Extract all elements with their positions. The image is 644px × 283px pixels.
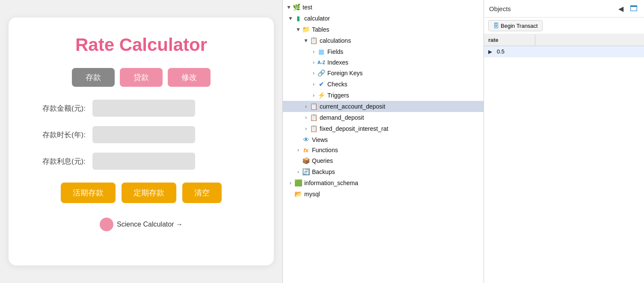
objects-toolbar: 🗄 Begin Transact <box>484 18 644 34</box>
calculations-icon: 📋 <box>309 37 318 44</box>
arrow-current-account: › <box>303 103 309 109</box>
functions-icon: fx <box>302 147 310 153</box>
db-toolbar-icon: 🗄 <box>493 22 499 29</box>
right-panel: ▼ 🌿 test ▼ ▮ calculator ▼ 📁 Tables ▼ 📋 c… <box>282 0 644 283</box>
objects-header: Objects ◀ 🗖 <box>484 0 644 18</box>
tree-item-indexes[interactable]: › A-Z Indexes <box>283 57 484 68</box>
tree-label-views: Views <box>312 136 328 143</box>
tree-label-fields: Fields <box>327 48 343 55</box>
tree-label-indexes: Indexes <box>327 59 348 66</box>
tree-label-tables: Tables <box>312 26 329 33</box>
mode-btn-loan[interactable]: 贷款 <box>120 68 163 87</box>
views-icon: 👁 <box>302 136 310 143</box>
row-arrow: ▶ <box>484 46 493 57</box>
queries-icon: 📦 <box>302 157 310 165</box>
tree-item-fields[interactable]: › ▦ Fields <box>283 46 484 57</box>
science-link[interactable]: Science Calculator → <box>100 218 183 231</box>
tree-item-demand-deposit[interactable]: › 📋 demand_deposit <box>283 112 484 123</box>
input-interest[interactable] <box>92 153 195 170</box>
form-row-amount: 存款金额(元): <box>30 100 252 117</box>
tree-item-checks[interactable]: › ✔ Checks <box>283 79 484 90</box>
calculator-db-icon: ▮ <box>294 15 303 22</box>
table-row[interactable]: ▶ 0.5 <box>484 46 644 57</box>
arrow-fixed-deposit: › <box>303 126 309 132</box>
btn-current-deposit[interactable]: 活期存款 <box>61 183 116 203</box>
indexes-icon: A-Z <box>317 60 326 65</box>
tables-icon: 📁 <box>302 26 310 33</box>
tree-item-triggers[interactable]: › ⚡ Triggers <box>283 90 484 101</box>
label-amount: 存款金额(元): <box>30 103 86 113</box>
arrow-fields: › <box>310 49 317 55</box>
arrow-indexes: › <box>310 59 317 65</box>
information-schema-icon: 🟩 <box>294 179 303 187</box>
tree-label-calculator: calculator <box>304 15 330 22</box>
input-amount[interactable] <box>92 100 195 117</box>
current-account-icon: 📋 <box>309 103 318 110</box>
test-db-icon: 🌿 <box>292 3 301 11</box>
form-row-duration: 存款时长(年): <box>30 126 252 143</box>
foreign-keys-icon: 🔗 <box>317 69 326 77</box>
arrow-test: ▼ <box>285 4 292 10</box>
input-duration[interactable] <box>92 126 195 143</box>
collapse-panel-btn[interactable]: ◀ <box>616 3 626 14</box>
tree-item-calculator[interactable]: ▼ ▮ calculator <box>283 13 484 24</box>
arrow-tables: ▼ <box>295 27 302 32</box>
objects-panel-title: Objects <box>489 5 613 12</box>
calculator-title: Rate Calculator <box>75 35 207 55</box>
tree-item-fixed-deposit[interactable]: › 📋 fixed_deposit_interest_rat <box>283 123 484 134</box>
maximize-panel-btn[interactable]: 🗖 <box>629 3 639 14</box>
mode-btn-deposit[interactable]: 存款 <box>72 68 115 87</box>
tree-label-information-schema: information_schema <box>304 180 358 186</box>
tree-item-tables[interactable]: ▼ 📁 Tables <box>283 24 484 35</box>
tree-item-queries[interactable]: 📦 Queries <box>283 155 484 166</box>
arrow-calculations: ▼ <box>303 38 309 44</box>
tree-item-views[interactable]: 👁 Views <box>283 134 484 145</box>
demand-deposit-icon: 📋 <box>309 114 318 121</box>
arrow-information-schema: › <box>287 180 294 186</box>
mode-btn-modify[interactable]: 修改 <box>168 68 211 87</box>
col-header-rate: rate <box>484 34 535 46</box>
tree-item-test[interactable]: ▼ 🌿 test <box>283 2 484 13</box>
objects-panel: Objects ◀ 🗖 🗄 Begin Transact rate ▶ 0.5 <box>484 0 644 283</box>
begin-transaction-btn[interactable]: 🗄 Begin Transact <box>488 20 543 31</box>
tree-label-backups: Backups <box>312 168 335 175</box>
mysql-icon: 📂 <box>294 190 303 198</box>
tree-label-mysql: mysql <box>304 191 320 198</box>
tree-item-mysql[interactable]: 📂 mysql <box>283 189 484 200</box>
tree-item-backups[interactable]: › 🔄 Backups <box>283 166 484 177</box>
tree-label-functions: Functions <box>312 147 338 153</box>
action-buttons: 活期存款 定期存款 清空 <box>61 183 222 203</box>
btn-fixed-deposit[interactable]: 定期存款 <box>122 183 176 203</box>
arrow-foreign-keys: › <box>310 70 317 76</box>
tree-item-foreign-keys[interactable]: › 🔗 Foreign Keys <box>283 68 484 79</box>
left-panel: Rate Calculator 存款 贷款 修改 存款金额(元): 存款时长(年… <box>0 0 282 283</box>
tree-label-current-account: current_account_deposit <box>320 103 385 110</box>
arrow-functions: › <box>295 147 302 153</box>
tree-label-demand-deposit: demand_deposit <box>320 114 364 121</box>
arrow-triggers: › <box>310 92 317 98</box>
form-row-interest: 存款利息(元): <box>30 153 252 170</box>
tree-item-calculations[interactable]: ▼ 📋 calculations <box>283 35 484 46</box>
label-duration: 存款时长(年): <box>30 130 86 140</box>
row-value: 0.5 <box>493 46 644 57</box>
science-dot-icon <box>100 218 113 231</box>
btn-clear[interactable]: 清空 <box>182 183 222 203</box>
fields-icon: ▦ <box>317 48 326 56</box>
checks-icon: ✔ <box>317 80 326 88</box>
tree-item-functions[interactable]: › fx Functions <box>283 145 484 155</box>
tree-label-foreign-keys: Foreign Keys <box>327 70 362 77</box>
arrow-demand-deposit: › <box>303 115 309 121</box>
tree-item-information-schema[interactable]: › 🟩 information_schema <box>283 177 484 189</box>
tree-label-queries: Queries <box>312 157 333 164</box>
tree-label-fixed-deposit: fixed_deposit_interest_rat <box>320 125 388 132</box>
backups-icon: 🔄 <box>302 168 310 176</box>
calculator-card: Rate Calculator 存款 贷款 修改 存款金额(元): 存款时长(年… <box>9 18 274 265</box>
label-interest: 存款利息(元): <box>30 156 86 166</box>
tree-label-calculations: calculations <box>320 37 351 44</box>
tree-label-checks: Checks <box>327 81 347 88</box>
arrow-checks: › <box>310 81 317 87</box>
mode-buttons: 存款 贷款 修改 <box>72 68 211 87</box>
table-header-row: rate <box>484 34 644 46</box>
tree-item-current-account[interactable]: › 📋 current_account_deposit <box>283 101 484 112</box>
arrow-backups: › <box>295 169 302 175</box>
